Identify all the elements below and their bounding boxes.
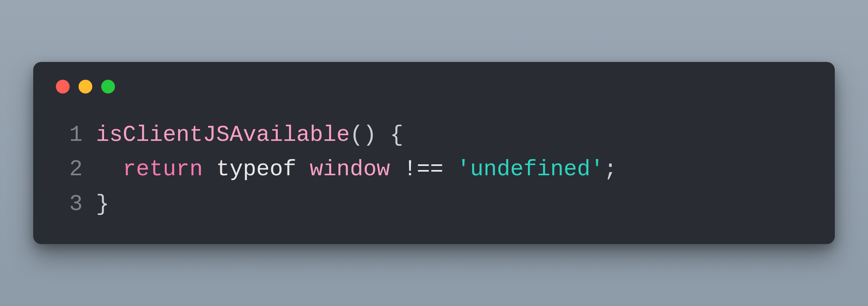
code-token: ; xyxy=(604,157,617,182)
code-line: 1isClientJSAvailable() { xyxy=(56,118,812,152)
code-line: 2 return typeof window !== 'undefined'; xyxy=(56,152,812,187)
line-number: 2 xyxy=(56,152,83,187)
code-window: 1isClientJSAvailable() {2 return typeof … xyxy=(33,62,835,244)
line-content: return typeof window !== 'undefined'; xyxy=(96,152,617,187)
code-block: 1isClientJSAvailable() {2 return typeof … xyxy=(56,118,812,221)
line-number: 1 xyxy=(56,118,83,152)
code-token: window xyxy=(310,157,390,182)
code-token: isClientJSAvailable xyxy=(96,122,350,148)
code-token: typeof xyxy=(203,157,310,182)
code-token: () { xyxy=(350,122,403,148)
code-token: } xyxy=(96,191,109,217)
code-token: !== xyxy=(390,157,457,182)
line-number: 3 xyxy=(56,187,83,221)
zoom-icon[interactable] xyxy=(101,80,115,94)
code-line: 3} xyxy=(56,187,812,221)
close-icon[interactable] xyxy=(56,80,70,94)
code-token: 'undefined' xyxy=(457,157,604,182)
minimize-icon[interactable] xyxy=(79,80,92,94)
code-token: return xyxy=(123,157,203,182)
code-token xyxy=(96,157,123,182)
window-titlebar xyxy=(56,76,812,94)
line-content: } xyxy=(96,187,109,221)
line-content: isClientJSAvailable() { xyxy=(96,118,403,152)
